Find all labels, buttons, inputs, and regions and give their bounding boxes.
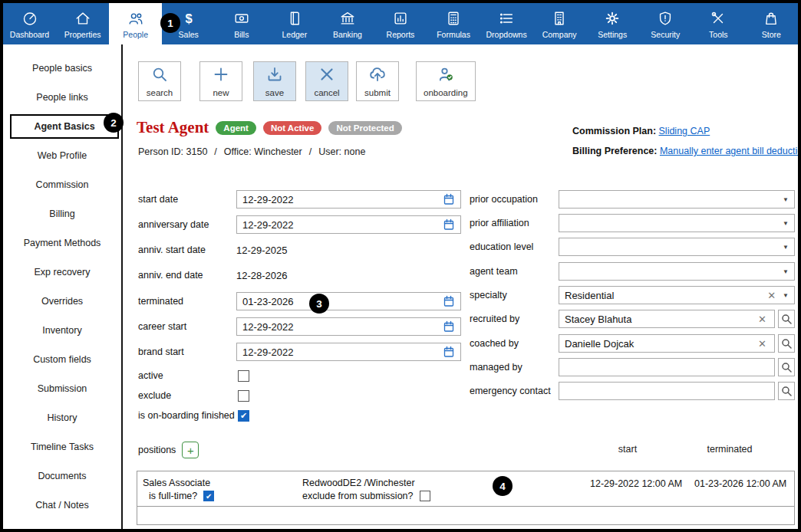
search-button[interactable]: search	[138, 61, 181, 101]
sidebar-item-submission[interactable]: Submission	[3, 374, 121, 403]
managed-by-lookup-button[interactable]	[778, 358, 795, 376]
recruited-by-value: Stacey Blahuta	[565, 314, 631, 325]
clear-icon[interactable]	[756, 314, 769, 325]
nav-dropdowns[interactable]: Dropdowns	[480, 3, 533, 44]
field-label: anniv. start date	[138, 245, 236, 255]
commission-plan-link[interactable]: Sliding CAP	[659, 126, 710, 136]
education-level-select[interactable]	[559, 238, 795, 256]
exclude-submission-field: exclude from submission?	[302, 491, 430, 501]
billing-preference-link[interactable]: Manually enter agent bill deductions	[660, 146, 798, 156]
nav-dashboard[interactable]: Dashboard	[3, 3, 56, 44]
table-row[interactable]: Sales Associate is full-time? RedwoodDE2…	[137, 471, 794, 507]
page-title: Test Agent	[137, 118, 209, 137]
calendar-icon[interactable]	[443, 218, 455, 231]
nav-banking[interactable]: Banking	[321, 3, 374, 44]
sidebar-item-chat-notes[interactable]: Chat / Notes	[3, 491, 121, 520]
clear-icon[interactable]	[756, 338, 769, 350]
new-button[interactable]: new	[199, 61, 242, 101]
sidebar-item-exp-recovery[interactable]: Exp recovery	[3, 258, 121, 287]
field-label: exclude	[138, 390, 238, 401]
nav-security[interactable]: Security	[639, 3, 692, 44]
sidebar-item-people-basics[interactable]: People basics	[3, 54, 121, 83]
prior-occupation-select[interactable]	[559, 190, 795, 209]
field-agent-team: agent team	[470, 262, 795, 281]
dollar-icon: $	[180, 9, 197, 28]
button-label: onboarding	[424, 88, 468, 97]
exclude-submission-checkbox[interactable]	[420, 491, 430, 501]
nav-reports[interactable]: Reports	[374, 3, 427, 44]
agent-team-select[interactable]	[559, 262, 795, 281]
sidebar-item-web-profile[interactable]: Web Profile	[3, 141, 121, 170]
nav-label: Dashboard	[10, 30, 49, 39]
sidebar-item-agent-basics[interactable]: Agent Basics	[10, 114, 119, 139]
sidebar-item-overrides[interactable]: Overrides	[3, 287, 121, 316]
submit-button[interactable]: submit	[356, 61, 399, 101]
specialty-select[interactable]: Residential	[559, 286, 795, 304]
recruited-by-input[interactable]: Stacey Blahuta	[559, 310, 775, 328]
sidebar-item-commission[interactable]: Commission	[3, 170, 121, 199]
emergency-contact-lookup-button[interactable]	[778, 382, 795, 400]
field-start-date: start date 12-29-2022	[138, 190, 461, 209]
field-label: terminated	[138, 296, 236, 307]
field-specialty: specialty Residential	[470, 286, 795, 304]
anniversary-date-input[interactable]: 12-29-2022	[236, 215, 461, 234]
add-position-button[interactable]	[182, 442, 199, 458]
billing-preference-label: Billing Preference:	[572, 146, 657, 156]
nav-label: Banking	[333, 30, 362, 39]
save-button[interactable]: save	[253, 61, 296, 101]
calendar-icon[interactable]	[443, 193, 455, 205]
terminated-date-input[interactable]: 01-23-2026	[236, 292, 461, 310]
calculator-icon	[445, 9, 462, 28]
calendar-icon[interactable]	[443, 320, 455, 333]
chevron-down-icon	[783, 268, 789, 275]
nav-people[interactable]: People	[109, 3, 162, 44]
nav-ledger[interactable]: Ledger	[268, 3, 321, 44]
brand-start-input[interactable]: 12-29-2022	[236, 343, 461, 361]
calendar-icon[interactable]	[443, 295, 455, 307]
positions-table: Sales Associate is full-time? RedwoodDE2…	[137, 471, 795, 525]
onboarding-finished-checkbox[interactable]	[238, 410, 249, 422]
nav-formulas[interactable]: Formulas	[427, 3, 480, 44]
dashboard-icon	[21, 9, 38, 28]
billing-preference: Billing Preference: Manually enter agent…	[572, 146, 798, 156]
button-label: new	[213, 88, 229, 97]
annotation-badge-2: 2	[104, 113, 124, 133]
fulltime-checkbox[interactable]	[203, 491, 214, 501]
banknote-icon	[233, 9, 250, 28]
start-date-input[interactable]: 12-29-2022	[236, 190, 461, 209]
field-education-level: education level	[470, 238, 795, 256]
sidebar-item-billing[interactable]: Billing	[3, 199, 121, 228]
calendar-icon[interactable]	[443, 346, 455, 358]
field-onboarding-finished: is on-boarding finished	[138, 409, 461, 422]
active-checkbox[interactable]	[238, 370, 249, 382]
coached-by-input[interactable]: Danielle Dojcak	[559, 334, 775, 353]
prior-affiliation-select[interactable]	[559, 214, 795, 232]
sidebar-item-people-links[interactable]: People links	[3, 83, 121, 112]
sidebar-item-inventory[interactable]: Inventory	[3, 316, 121, 345]
house-icon	[74, 9, 91, 28]
onboarding-button[interactable]: onboarding	[416, 61, 476, 101]
sidebar-item-payment-methods[interactable]: Payment Methods	[3, 228, 121, 258]
sidebar-item-custom-fields[interactable]: Custom fields	[3, 345, 121, 374]
nav-bills[interactable]: Bills	[215, 3, 268, 44]
sidebar-item-timeline-tasks[interactable]: Timeline Tasks	[3, 432, 121, 461]
recruited-by-lookup-button[interactable]	[778, 310, 795, 328]
position-title: Sales Associate	[143, 478, 210, 488]
clear-icon[interactable]	[765, 290, 778, 301]
nav-settings[interactable]: Settings	[586, 3, 639, 44]
career-start-input[interactable]: 12-29-2022	[236, 317, 461, 336]
nav-label: Tools	[709, 30, 728, 39]
sidebar-item-documents[interactable]: Documents	[3, 461, 121, 491]
nav-tools[interactable]: Tools	[692, 3, 745, 44]
exclude-checkbox[interactable]	[238, 390, 249, 402]
emergency-contact-input[interactable]	[559, 382, 775, 400]
search-icon	[781, 362, 792, 373]
cancel-button[interactable]: cancel	[305, 61, 348, 101]
nav-company[interactable]: Company	[533, 3, 586, 44]
nav-store[interactable]: Store	[745, 3, 798, 44]
managed-by-input[interactable]	[559, 358, 775, 376]
sidebar-item-history[interactable]: History	[3, 403, 121, 432]
nav-properties[interactable]: Properties	[56, 3, 109, 44]
svg-text:$: $	[185, 11, 192, 25]
coached-by-lookup-button[interactable]	[778, 334, 795, 353]
